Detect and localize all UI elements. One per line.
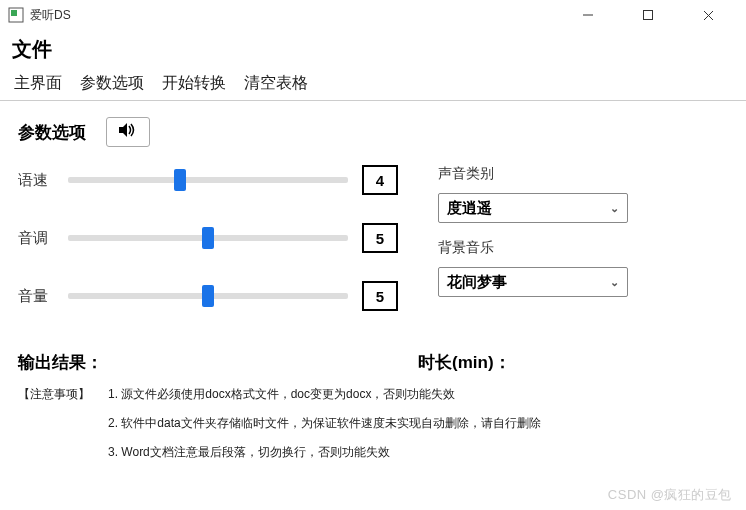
panel-title: 参数选项 <box>18 121 86 144</box>
speaker-icon <box>118 122 138 142</box>
tab-start[interactable]: 开始转换 <box>162 73 226 94</box>
menu-file[interactable]: 文件 <box>12 38 52 60</box>
speed-slider[interactable] <box>68 177 348 183</box>
voice-type-select[interactable]: 度逍遥 ⌄ <box>438 193 628 223</box>
pitch-slider-row: 音调 5 <box>18 223 398 253</box>
voice-type-value: 度逍遥 <box>447 199 492 218</box>
svg-marker-6 <box>119 123 127 137</box>
note-item: 3. Word文档注意最后段落，切勿换行，否则功能失效 <box>108 444 390 461</box>
speed-slider-row: 语速 4 <box>18 165 398 195</box>
volume-value: 5 <box>362 281 398 311</box>
tab-main[interactable]: 主界面 <box>14 73 62 94</box>
pitch-value: 5 <box>362 223 398 253</box>
note-item: 1. 源文件必须使用docx格式文件，doc变更为docx，否则功能失效 <box>108 386 455 403</box>
volume-slider[interactable] <box>68 293 348 299</box>
speed-label: 语速 <box>18 171 60 190</box>
chevron-down-icon: ⌄ <box>610 276 619 289</box>
titlebar: 爱听DS <box>0 0 746 30</box>
window-title: 爱听DS <box>30 7 570 24</box>
svg-rect-3 <box>644 11 653 20</box>
volume-label: 音量 <box>18 287 60 306</box>
menubar-primary: 文件 <box>0 30 746 67</box>
maximize-button[interactable] <box>630 3 666 27</box>
bgm-label: 背景音乐 <box>438 239 728 257</box>
app-icon <box>8 7 24 23</box>
output-result-label: 输出结果： <box>18 351 418 374</box>
note-item: 2. 软件中data文件夹存储临时文件，为保证软件速度未实现自动删除，请自行删除 <box>108 415 541 432</box>
notes-tag: 【注意事项】 <box>18 386 108 403</box>
watermark: CSDN @疯狂的豆包 <box>608 486 732 504</box>
output-row: 输出结果： 时长(min)： <box>0 349 746 386</box>
bgm-select[interactable]: 花间梦事 ⌄ <box>438 267 628 297</box>
voice-type-label: 声音类别 <box>438 165 728 183</box>
menubar-secondary: 主界面 参数选项 开始转换 清空表格 <box>0 67 746 101</box>
output-duration-label: 时长(min)： <box>418 351 511 374</box>
notes-section: 【注意事项】 1. 源文件必须使用docx格式文件，doc变更为docx，否则功… <box>0 386 746 461</box>
chevron-down-icon: ⌄ <box>610 202 619 215</box>
tab-params[interactable]: 参数选项 <box>80 73 144 94</box>
params-panel: 参数选项 语速 4 音调 5 音量 <box>0 101 746 349</box>
minimize-button[interactable] <box>570 3 606 27</box>
pitch-label: 音调 <box>18 229 60 248</box>
svg-rect-1 <box>11 10 17 16</box>
volume-slider-row: 音量 5 <box>18 281 398 311</box>
speed-thumb[interactable] <box>174 169 186 191</box>
tab-clear[interactable]: 清空表格 <box>244 73 308 94</box>
pitch-thumb[interactable] <box>202 227 214 249</box>
pitch-slider[interactable] <box>68 235 348 241</box>
speed-value: 4 <box>362 165 398 195</box>
close-button[interactable] <box>690 3 726 27</box>
bgm-value: 花间梦事 <box>447 273 507 292</box>
preview-sound-button[interactable] <box>106 117 150 147</box>
volume-thumb[interactable] <box>202 285 214 307</box>
